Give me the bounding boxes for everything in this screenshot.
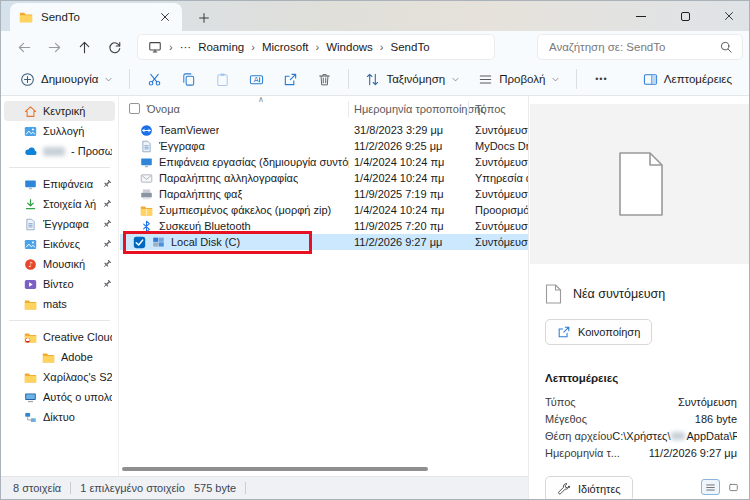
sidebar-item-label: Δίκτυο — [43, 411, 112, 423]
tab-close-icon[interactable] — [157, 9, 173, 25]
view-lines-icon — [478, 72, 493, 87]
sidebar-item-pictures[interactable]: Εικόνες — [4, 234, 115, 254]
breadcrumb-overflow[interactable]: ··· — [180, 41, 192, 53]
new-tab-icon[interactable] — [196, 10, 212, 26]
refresh-icon[interactable] — [99, 34, 129, 60]
maximize-icon[interactable] — [663, 1, 707, 31]
sidebar-item-home[interactable]: Κεντρική — [4, 101, 115, 121]
list-view-toggle[interactable] — [701, 479, 720, 495]
breadcrumb-item[interactable]: Microsoft — [262, 41, 309, 53]
new-button-label: Δημιουργία — [41, 73, 98, 85]
breadcrumb-separator: › — [380, 41, 384, 53]
bluetooth-icon — [140, 220, 153, 233]
paste-icon[interactable] — [205, 66, 239, 92]
forward-icon[interactable] — [39, 34, 69, 60]
sidebar-item-documents[interactable]: Έγγραφα — [4, 214, 115, 234]
new-button[interactable]: Δημιουργία — [11, 66, 122, 92]
sidebar-item-downloads[interactable]: Στοιχεία λήψης — [4, 194, 115, 214]
tab-title: SendTo — [41, 11, 149, 23]
copy-icon[interactable] — [171, 66, 205, 92]
file-type: Συντόμευση — [475, 156, 528, 168]
more-options-button[interactable]: ••• — [584, 66, 618, 92]
sidebar-item-creative-cloud-files[interactable]: Creative Cloud Files F — [4, 327, 115, 347]
details-value: 11/2/2026 9:27 μμ — [649, 447, 737, 459]
drive-icon — [152, 236, 165, 249]
properties-button[interactable]: Ιδιότητες — [545, 476, 633, 500]
file-row[interactable]: Παραλήπτης αλληλογραφίας1/4/2024 10:24 π… — [120, 170, 528, 186]
sidebar-item-label: Συλλογή — [43, 125, 112, 137]
details-value: 186 byte — [695, 413, 737, 425]
delete-icon[interactable] — [307, 66, 341, 92]
checkbox-checked-icon[interactable] — [133, 236, 146, 249]
file-preview — [530, 104, 750, 264]
shortcut-file-icon — [545, 284, 562, 304]
share-button[interactable]: Κοινοποίηση — [545, 319, 652, 345]
file-row[interactable]: Συσκευή Bluetooth11/9/2025 7:20 πμΣυντόμ… — [120, 218, 528, 234]
file-row[interactable]: Παραλήπτης φαξ11/9/2025 7:19 πμΣυντόμευσ… — [120, 186, 528, 202]
file-row[interactable]: Έγγραφα11/2/2026 9:25 μμMyDocs Drop — [120, 138, 528, 154]
window-controls — [619, 1, 750, 31]
file-row[interactable]: Local Disk (C)11/2/2026 9:27 μμΣυντόμευσ… — [120, 234, 528, 250]
file-modified: 1/4/2024 10:24 πμ — [354, 172, 444, 184]
sidebar-item-label: Creative Cloud Files F — [43, 331, 112, 343]
search-input[interactable] — [547, 40, 719, 54]
breadcrumb-item[interactable]: Roaming — [198, 41, 244, 53]
search-box[interactable] — [537, 34, 743, 60]
rename-icon[interactable]: A — [239, 66, 273, 92]
sidebar-item-this-pc[interactable]: Αυτός ο υπολογιστή — [4, 387, 115, 407]
back-icon[interactable] — [9, 34, 39, 60]
items-count: 8 στοιχεία — [13, 482, 61, 494]
sidebar-item-label: Κεντρική — [43, 105, 112, 117]
sidebar-item-label: Adobe — [61, 351, 112, 363]
sidebar-list: ΚεντρικήΣυλλογή- ΠροσωπικόΕπιφάνεια εργα… — [1, 101, 118, 427]
column-header-type[interactable]: Τύπος — [475, 103, 506, 115]
sort-button[interactable]: Ταξινόμηση — [356, 66, 469, 92]
share-icon[interactable] — [273, 66, 307, 92]
details-pane-button[interactable]: Λεπτομέρειες — [634, 66, 741, 92]
sidebar-item-s23-ultra[interactable]: Χαρίλαος's S23 Ultra — [4, 367, 115, 387]
sidebar-item-onedrive-personal[interactable]: - Προσωπικό — [4, 141, 115, 161]
sidebar-item-label: Μουσική — [43, 258, 96, 270]
thumbnail-view-toggle[interactable] — [724, 479, 743, 495]
gallery-icon — [24, 125, 37, 138]
mail-icon — [140, 172, 153, 185]
search-icon — [719, 40, 733, 54]
column-header-name[interactable]: Όνομα — [147, 103, 180, 115]
breadcrumb-item[interactable]: Windows — [326, 41, 373, 53]
details-value: C:\Χρήστες\AppData\R... — [612, 430, 737, 442]
select-all-checkbox[interactable] — [129, 103, 140, 114]
redacted-text — [671, 432, 685, 440]
file-name: Παραλήπτης αλληλογραφίας — [159, 172, 298, 184]
column-divider[interactable] — [468, 101, 469, 117]
sidebar-item-mats[interactable]: mats — [4, 294, 115, 314]
address-bar[interactable]: ›···Roaming›Microsoft›Windows›SendTo — [137, 34, 495, 60]
sidebar-item-desktop[interactable]: Επιφάνεια εργασί — [4, 174, 115, 194]
minimize-icon[interactable] — [619, 1, 663, 31]
sidebar-item-gallery[interactable]: Συλλογή — [4, 121, 115, 141]
column-divider[interactable] — [348, 101, 349, 117]
tab-sendto[interactable]: SendTo — [10, 3, 182, 31]
sidebar-item-adobe[interactable]: Adobe — [4, 347, 115, 367]
cut-icon[interactable] — [137, 66, 171, 92]
horizontal-scrollbar[interactable] — [122, 467, 428, 471]
teamviewer-icon — [140, 124, 153, 137]
file-row[interactable]: Συμπιεσμένος φάκελος (μορφή zip)1/4/2024… — [120, 202, 528, 218]
up-icon[interactable] — [69, 34, 99, 60]
file-type: Υπηρεσία αλ — [475, 172, 528, 184]
sidebar-item-music[interactable]: ♪Μουσική — [4, 254, 115, 274]
breadcrumb-item[interactable]: SendTo — [391, 41, 430, 53]
details-label: Θέση αρχείου — [545, 430, 612, 442]
close-icon[interactable] — [707, 1, 750, 31]
sidebar-item-videos[interactable]: Βίντεο — [4, 274, 115, 294]
selected-size: 575 byte — [194, 482, 236, 494]
file-type: Συντόμευση — [475, 124, 528, 136]
list-view-icon — [705, 482, 716, 493]
column-header-modified[interactable]: Ημερομηνία τροποποίησης — [354, 103, 486, 115]
file-row[interactable]: TeamViewer31/8/2023 3:29 μμΣυντόμευση — [120, 122, 528, 138]
sidebar-item-network[interactable]: Δίκτυο — [4, 407, 115, 427]
file-row[interactable]: Επιφάνεια εργασίας (δημιουργία συντόμευσ… — [120, 154, 528, 170]
desktop-icon — [24, 178, 37, 191]
file-modified: 11/2/2026 9:27 μμ — [354, 236, 442, 248]
view-button[interactable]: Προβολή — [469, 66, 569, 92]
breadcrumb-separator: › — [251, 41, 255, 53]
